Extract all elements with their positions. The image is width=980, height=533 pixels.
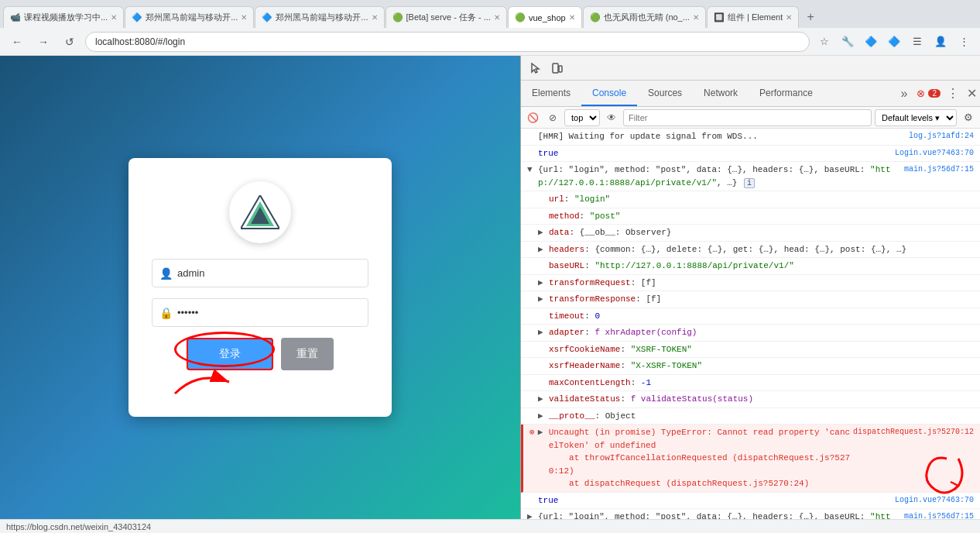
- ea-err1[interactable]: ▶: [538, 426, 549, 439]
- inspect-element-button[interactable]: [526, 58, 546, 78]
- ct-obj2: {url: "login", method: "post", data: {…}…: [538, 511, 904, 519]
- tab-performance[interactable]: Performance: [749, 81, 824, 106]
- ea-ad[interactable]: ▶: [538, 326, 549, 339]
- username-input[interactable]: [152, 259, 368, 287]
- tab-2-close[interactable]: ✕: [241, 13, 247, 22]
- tab-6[interactable]: 🟢 也无风雨也无晴 (no_... ✕: [583, 6, 706, 28]
- tab-console-label: Console: [592, 88, 626, 98]
- tab-6-close[interactable]: ✕: [693, 13, 699, 22]
- svg-rect-5: [559, 66, 562, 72]
- vue-circle: [229, 181, 291, 243]
- error-icon: ⊗: [917, 88, 925, 99]
- cursor-icon: [529, 62, 542, 74]
- console-obj-transformreq: ▶ transformRequest: [f]: [521, 275, 980, 292]
- vue-logo-svg: [241, 195, 279, 230]
- tab-5-close[interactable]: ✕: [569, 13, 575, 22]
- console-source-2[interactable]: Login.vue?7463:70: [895, 147, 974, 159]
- back-button[interactable]: ←: [6, 31, 28, 53]
- tab-4-close[interactable]: ✕: [494, 13, 500, 22]
- tab-sources[interactable]: Sources: [637, 81, 693, 106]
- console-obj-validatestatus: ▶ validateStatus: f validateStatus(statu…: [521, 391, 980, 408]
- reset-button[interactable]: 重置: [281, 338, 334, 370]
- device-toolbar-button[interactable]: [547, 58, 567, 78]
- tab-1-favicon: 📹: [10, 12, 21, 23]
- console-obj-headers: ▶ headers: {common: {…}, delete: {…}, ge…: [521, 242, 980, 259]
- tab-5[interactable]: 🟢 vue_shop ✕: [508, 6, 582, 28]
- console-source-3[interactable]: main.js?56d7:15: [904, 163, 974, 175]
- console-error-text-1: Uncaught (in promise) TypeError: Cannot …: [549, 426, 853, 490]
- extension-icon-3[interactable]: 🔷: [884, 32, 904, 52]
- tab-1-close[interactable]: ✕: [111, 13, 117, 22]
- menu-icon[interactable]: ⋮: [954, 32, 974, 52]
- tab-4-favicon: 🟢: [392, 12, 403, 23]
- devtools-toolbar: [521, 56, 980, 81]
- lock-icon: 🔒: [159, 307, 173, 319]
- ea-obj2[interactable]: ▶: [527, 511, 538, 519]
- console-error-source-1[interactable]: dispatchRequest.js?5270:12: [853, 426, 974, 438]
- reload-button[interactable]: ↺: [59, 31, 81, 53]
- ea-headers[interactable]: ▶: [538, 243, 549, 256]
- login-button[interactable]: 登录: [187, 338, 273, 370]
- ea-data[interactable]: ▶: [538, 226, 549, 239]
- ct-method: method: "post": [549, 210, 974, 223]
- extension-icon-1[interactable]: 🔧: [838, 32, 858, 52]
- password-input[interactable]: [152, 298, 368, 327]
- tab-3[interactable]: 🔷 郑州黑马前端与移动开... ✕: [255, 6, 384, 28]
- extension-icon-4[interactable]: ☰: [907, 32, 927, 52]
- password-group: 🔒: [152, 298, 368, 327]
- tab-3-close[interactable]: ✕: [372, 13, 378, 22]
- profile-icon[interactable]: 👤: [930, 32, 951, 52]
- url-bar[interactable]: localhost:8080/#/login: [85, 32, 810, 52]
- new-tab-button[interactable]: +: [800, 6, 821, 28]
- error-icon-1: ⊗: [529, 426, 535, 439]
- tab-network[interactable]: Network: [693, 81, 749, 106]
- more-tabs-button[interactable]: »: [895, 87, 914, 101]
- tab-6-label: 也无风雨也无晴 (no_...: [604, 12, 690, 23]
- forward-button[interactable]: →: [33, 31, 54, 53]
- tab-7-close[interactable]: ✕: [786, 13, 792, 22]
- eye-icon[interactable]: 👁: [603, 109, 620, 126]
- tab-console[interactable]: Console: [581, 81, 637, 106]
- tab-3-favicon: 🔷: [262, 12, 272, 23]
- tab-6-favicon: 🟢: [590, 12, 601, 23]
- tab-7-label: 组件 | Element: [728, 12, 783, 23]
- cs-obj2[interactable]: main.js?56d7:15: [904, 511, 974, 519]
- devtools-close-button[interactable]: ✕: [964, 86, 980, 101]
- expand-arrow-3[interactable]: ▼: [527, 163, 538, 177]
- log-level-selector[interactable]: Default levels ▾: [875, 109, 957, 126]
- tab-elements-label: Elements: [532, 88, 571, 98]
- device-icon: [551, 62, 564, 74]
- devtools: Elements Console Sources Network Perform…: [520, 56, 980, 519]
- tab-2[interactable]: 🔷 郑州黑马前端与移动开... ✕: [125, 6, 254, 28]
- tab-7[interactable]: 🔲 组件 | Element ✕: [707, 6, 799, 28]
- login-card: 👤 🔒 登录 重置: [128, 158, 392, 417]
- devtools-tabs: Elements Console Sources Network Perform…: [521, 81, 980, 107]
- ea-tr[interactable]: ▶: [538, 293, 549, 306]
- ea-tq[interactable]: ▶: [538, 277, 549, 290]
- tab-4[interactable]: 🟢 [Beta] serve - 任务 - ... ✕: [385, 6, 507, 28]
- devtools-overflow-menu[interactable]: ⋮: [944, 86, 962, 101]
- ea-vs[interactable]: ▶: [538, 393, 549, 406]
- context-selector[interactable]: top: [564, 109, 600, 126]
- tab-1[interactable]: 📹 课程视频播放学习中... ✕: [3, 6, 124, 28]
- console-filter-button[interactable]: ⊘: [544, 109, 561, 126]
- ct-url: url: "login": [549, 193, 974, 206]
- ea-pt[interactable]: ▶: [538, 410, 549, 423]
- tab-elements[interactable]: Elements: [521, 81, 581, 106]
- main-area: 👤 🔒 登录 重置: [0, 56, 980, 519]
- user-icon: 👤: [159, 267, 173, 280]
- console-text-3: {url: "login", method: "post", data: {…}…: [538, 163, 904, 189]
- cs-true2[interactable]: Login.vue?7463:70: [895, 494, 974, 506]
- tab-performance-label: Performance: [759, 88, 813, 98]
- console-obj-data: ▶ data: {__ob__: Observer}: [521, 225, 980, 242]
- filter-input[interactable]: [623, 109, 872, 126]
- clear-console-button[interactable]: 🚫: [524, 109, 541, 126]
- console-settings-button[interactable]: ⚙: [960, 109, 977, 126]
- console-source-1[interactable]: log.js?1afd:24: [909, 130, 974, 142]
- bookmark-icon[interactable]: ☆: [814, 32, 834, 52]
- extension-icon-2[interactable]: 🔷: [861, 32, 881, 52]
- console-obj-baseurl: baseURL: "http://127.0.0.1:8888/api/priv…: [521, 258, 980, 275]
- console-output[interactable]: [HMR] Waiting for update signal from WDS…: [521, 129, 980, 519]
- tab-5-label: vue_shop: [529, 13, 566, 22]
- browser-window: 📹 课程视频播放学习中... ✕ 🔷 郑州黑马前端与移动开... ✕ 🔷 郑州黑…: [0, 0, 980, 533]
